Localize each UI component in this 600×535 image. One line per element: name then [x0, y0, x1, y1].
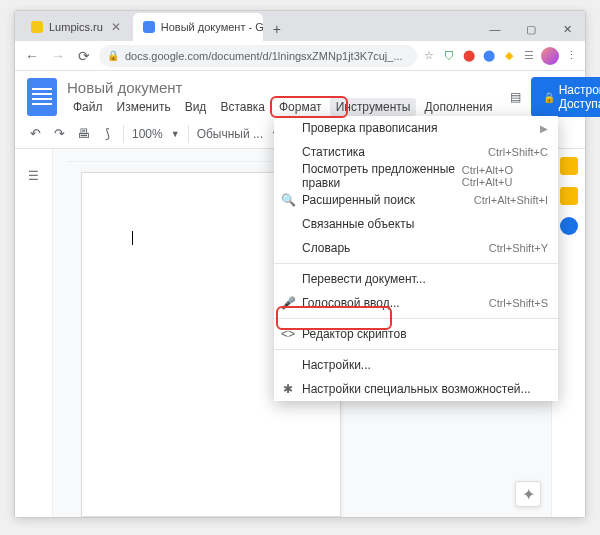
paint-format-icon[interactable]: ⟆ [99, 126, 115, 142]
window-close-button[interactable]: ✕ [549, 17, 585, 41]
explore-fab[interactable]: ✦ [515, 481, 541, 507]
menuitem-dictionary[interactable]: Словарь Ctrl+Shift+Y [274, 236, 558, 260]
url-field[interactable]: 🔒 docs.google.com/document/d/1lningsxZMN… [99, 45, 417, 67]
lock-icon: 🔒 [107, 50, 119, 61]
nav-forward-button[interactable]: → [47, 45, 69, 67]
menuitem-review-edits[interactable]: Посмотреть предложенные правки Ctrl+Alt+… [274, 164, 558, 188]
zoom-select[interactable]: 100% [132, 127, 163, 141]
doc-title-area: Новый документ Файл Изменить Вид Вставка… [67, 79, 498, 116]
browser-tab[interactable]: Lumpics.ru ✕ [21, 13, 131, 41]
left-sidebar: ☰ [15, 149, 53, 517]
star-icon[interactable]: ☆ [421, 48, 437, 64]
browser-tab[interactable]: Новый документ - Google Док... ✕ [133, 13, 263, 41]
nav-back-button[interactable]: ← [21, 45, 43, 67]
print-icon[interactable]: 🖶 [75, 126, 91, 142]
menubar: Файл Изменить Вид Вставка Формат Инструм… [67, 98, 498, 116]
menu-insert[interactable]: Вставка [214, 98, 271, 116]
tools-dropdown: Проверка правописания ▶ Статистика Ctrl+… [274, 116, 558, 401]
tasks-icon[interactable] [560, 217, 578, 235]
ext-icon[interactable]: ⬤ [481, 48, 497, 64]
app-window: Lumpics.ru ✕ Новый документ - Google Док… [14, 10, 586, 518]
microphone-icon: 🎤 [281, 296, 295, 310]
new-tab-button[interactable]: + [265, 17, 289, 41]
script-icon: <> [281, 327, 295, 341]
chevron-right-icon: ▶ [540, 123, 548, 134]
address-bar: ← → ⟳ 🔒 docs.google.com/document/d/1lnin… [15, 41, 585, 71]
undo-icon[interactable]: ↶ [27, 126, 43, 142]
url-text: docs.google.com/document/d/1lningsxZMNp1… [125, 50, 403, 62]
menuitem-preferences[interactable]: Настройки... [274, 353, 558, 377]
favicon [143, 21, 155, 33]
menuitem-accessibility[interactable]: ✱ Настройки специальных возможностей... [274, 377, 558, 401]
ext-icon[interactable]: ⛉ [441, 48, 457, 64]
tab-label: Новый документ - Google Док... [161, 21, 263, 33]
menu-tools[interactable]: Инструменты [330, 98, 417, 116]
text-cursor [132, 231, 133, 245]
menuitem-wordcount[interactable]: Статистика Ctrl+Shift+C [274, 140, 558, 164]
outline-icon[interactable]: ☰ [28, 169, 39, 183]
accessibility-icon: ✱ [281, 382, 295, 396]
nav-reload-button[interactable]: ⟳ [73, 45, 95, 67]
menuitem-voice-typing[interactable]: 🎤 Голосовой ввод... Ctrl+Shift+S [274, 291, 558, 315]
comments-icon[interactable]: ▤ [508, 87, 522, 107]
favicon [31, 21, 43, 33]
share-label: Настройки Доступа [559, 83, 600, 111]
keep-icon[interactable] [560, 187, 578, 205]
menuitem-spellcheck[interactable]: Проверка правописания ▶ [274, 116, 558, 140]
docs-logo-icon[interactable] [27, 78, 57, 116]
browser-tabstrip: Lumpics.ru ✕ Новый документ - Google Док… [15, 11, 585, 41]
menuitem-translate[interactable]: Перевести документ... [274, 267, 558, 291]
tab-close-icon[interactable]: ✕ [111, 20, 121, 34]
ext-icon[interactable]: ☰ [521, 48, 537, 64]
doc-title[interactable]: Новый документ [67, 79, 498, 96]
menu-addons[interactable]: Дополнения [418, 98, 498, 116]
calendar-icon[interactable] [560, 157, 578, 175]
redo-icon[interactable]: ↷ [51, 126, 67, 142]
menuitem-explore[interactable]: 🔍 Расширенный поиск Ctrl+Alt+Shift+I [274, 188, 558, 212]
extension-icons: ☆ ⛉ ⬤ ⬤ ◆ ☰ ⋮ [421, 47, 579, 65]
profile-avatar[interactable] [541, 47, 559, 65]
menuitem-script-editor[interactable]: <> Редактор скриптов [274, 322, 558, 346]
menu-view[interactable]: Вид [179, 98, 213, 116]
window-minimize-button[interactable]: — [477, 17, 513, 41]
menu-dots-icon[interactable]: ⋮ [563, 48, 579, 64]
style-select[interactable]: Обычный ... [197, 127, 263, 141]
menu-file[interactable]: Файл [67, 98, 109, 116]
tab-label: Lumpics.ru [49, 21, 103, 33]
vertical-ruler [53, 149, 67, 517]
menuitem-linked-objects[interactable]: Связанные объекты [274, 212, 558, 236]
menu-format[interactable]: Формат [273, 98, 328, 116]
explore-icon: 🔍 [281, 193, 295, 207]
ext-icon[interactable]: ⬤ [461, 48, 477, 64]
share-button[interactable]: Настройки Доступа [531, 77, 600, 117]
window-maximize-button[interactable]: ▢ [513, 17, 549, 41]
doc-header: Новый документ Файл Изменить Вид Вставка… [15, 71, 585, 119]
ext-icon[interactable]: ◆ [501, 48, 517, 64]
menu-edit[interactable]: Изменить [111, 98, 177, 116]
